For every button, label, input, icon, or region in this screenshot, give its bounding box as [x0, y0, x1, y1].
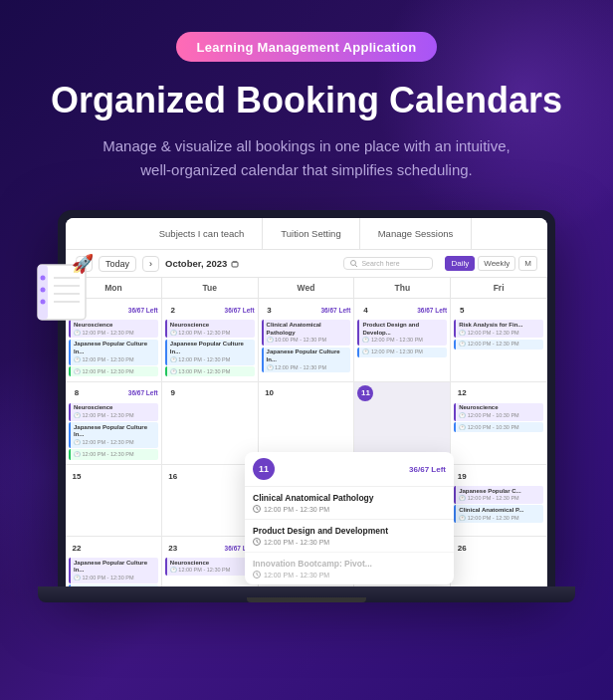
cal-toolbar: ‹ Today › October, 2023 Search here Dail… — [66, 250, 547, 278]
popup-event-2[interactable]: Product Design and Development 12:00 PM … — [245, 519, 454, 552]
day-thu: Thu — [354, 278, 451, 299]
cal-cell-2[interactable]: 2 36/67 Left Neuroscience 🕐 12:00 PM - 1… — [162, 299, 259, 381]
app-badge: Learning Management Application — [176, 32, 436, 62]
popup-slots: 36/67 Left — [409, 465, 446, 474]
event[interactable]: 🕐 12:00 PM - 12:30 PM — [69, 449, 158, 459]
cal-cell-22[interactable]: 22 Japanese Popular Culture In... 🕐 12:0… — [66, 537, 162, 586]
event[interactable]: 🕐 12:00 PM - 12:30 PM — [454, 340, 543, 350]
weekly-view-btn[interactable]: Weekly — [478, 256, 515, 271]
popup-header: 11 36/67 Left — [245, 452, 454, 486]
view-buttons: Daily Weekly M — [445, 256, 537, 271]
day-headers: Mon Tue Wed Thu Fri — [66, 278, 547, 299]
svg-point-6 — [41, 276, 46, 281]
clock-icon — [253, 571, 261, 579]
sub-heading: Manage & visualize all bookings in one p… — [93, 134, 520, 182]
event[interactable]: Japanese Popular Culture In... 🕐 12:00 P… — [69, 340, 158, 365]
day-popup: 11 36/67 Left Clinical Anatomical Pathol… — [245, 452, 454, 584]
app-topnav: Subjects I can teach Tuition Setting Man… — [66, 218, 547, 250]
laptop-screen: Subjects I can teach Tuition Setting Man… — [58, 210, 555, 586]
event[interactable]: Risk Analysis for Fin... 🕐 12:00 PM - 12… — [454, 320, 543, 338]
cal-cell-19[interactable]: 19 Japanese Popular C... 🕐 12:00 PM - 12… — [451, 465, 547, 537]
svg-line-14 — [355, 265, 357, 267]
popup-event-1[interactable]: Clinical Anatomical Pathology 12:00 PM -… — [245, 486, 454, 519]
cal-cell-3[interactable]: 3 36/67 Left Clinical Anatomical Patholo… — [259, 299, 355, 381]
svg-point-8 — [41, 300, 46, 305]
svg-line-17 — [257, 509, 259, 510]
notebook-icon: 🚀 — [28, 250, 107, 330]
search-icon — [350, 260, 357, 267]
next-month-btn[interactable]: › — [142, 256, 159, 272]
cal-cell-8[interactable]: 8 36/67 Left Neuroscience 🕐 12:00 PM - 1… — [66, 382, 162, 465]
calendar-icon — [231, 260, 239, 268]
event[interactable]: 🕐 12:00 PM - 12:30 PM — [357, 348, 447, 357]
event[interactable]: 🕐 12:00 PM - 12:30 PM — [69, 366, 158, 376]
search-field[interactable]: Search here — [343, 257, 433, 270]
svg-line-23 — [257, 575, 259, 576]
main-heading: Organized Booking Calendars — [51, 80, 562, 120]
event[interactable]: Japanese Popular Culture In... 🕐 12:00 P… — [69, 558, 158, 583]
cal-cell-9[interactable]: 9 — [162, 382, 259, 465]
cal-row-1: 1 36/67 Left Neuroscience 🕐 12:00 PM - 1… — [66, 299, 547, 381]
topnav-sessions[interactable]: Manage Sessions — [360, 218, 473, 249]
svg-line-20 — [257, 542, 259, 543]
svg-point-13 — [351, 261, 356, 266]
event[interactable]: Japanese Popular Culture In... 🕐 12:00 P… — [262, 348, 351, 373]
svg-rect-10 — [232, 262, 238, 267]
event[interactable]: Neuroscience 🕐 12:00 PM - 10:30 PM — [454, 403, 543, 421]
month-label: October, 2023 — [165, 258, 239, 269]
page-container: Learning Management Application Organize… — [0, 0, 613, 602]
day-wed: Wed — [259, 278, 355, 299]
event[interactable]: Japanese Popular C... 🕐 12:00 PM - 12:30… — [454, 486, 543, 504]
cal-cell-15[interactable]: 15 — [66, 465, 162, 537]
clock-icon — [253, 505, 261, 513]
event[interactable]: 🕐 12:00 PM - 10:30 PM — [454, 422, 543, 432]
screen-inner: Subjects I can teach Tuition Setting Man… — [66, 218, 547, 586]
event[interactable]: Clinical Anatomical Pathology 🕐 10:00 PM… — [262, 320, 351, 346]
topnav-subjects[interactable]: Subjects I can teach — [141, 218, 264, 249]
popup-event-3[interactable]: Innovation Bootcamp: Pivot... 12:00 PM -… — [245, 552, 454, 584]
event[interactable]: Neuroscience 🕐 12:00 PM - 12:30 PM — [69, 403, 158, 421]
event[interactable]: Japanese Popular Culture In... 🕐 12:00 P… — [69, 422, 158, 448]
cal-cell-26[interactable]: 26 — [451, 537, 547, 586]
laptop-base — [38, 586, 575, 602]
clock-icon — [253, 538, 261, 546]
laptop-wrapper: 🚀 Subjects I can teach Tuition Setting M… — [38, 210, 575, 602]
daily-view-btn[interactable]: Daily — [445, 256, 475, 271]
cal-cell-5[interactable]: 5 Risk Analysis for Fin... 🕐 12:00 PM - … — [451, 299, 547, 381]
monthly-view-btn[interactable]: M — [518, 256, 537, 271]
popup-date-badge: 11 — [253, 458, 275, 480]
cal-cell-4[interactable]: 4 36/67 Left Product Design and Develop.… — [354, 299, 451, 381]
event[interactable]: 🕐 13:00 PM - 12:30 PM — [165, 366, 255, 376]
day-fri: Fri — [451, 278, 547, 299]
cal-cell-12[interactable]: 12 Neuroscience 🕐 12:00 PM - 10:30 PM 🕐 … — [451, 382, 547, 465]
event[interactable]: Product Design and Develop... 🕐 12:00 PM… — [357, 320, 447, 346]
event[interactable]: Neuroscience 🕐 12:00 PM - 12:30 PM — [165, 558, 255, 576]
topnav-tuition[interactable]: Tuition Setting — [263, 218, 359, 249]
event[interactable]: Clinical Anatomical P... 🕐 12:00 PM - 12… — [454, 505, 543, 523]
svg-point-7 — [41, 288, 46, 293]
badge-label: Learning Management Application — [196, 40, 416, 55]
event[interactable]: Neuroscience 🕐 12:00 PM - 12:30 PM — [165, 320, 255, 338]
day-tue: Tue — [162, 278, 259, 299]
event[interactable]: Japanese Popular Culture In... 🕐 12:00 P… — [165, 340, 255, 365]
svg-text:🚀: 🚀 — [72, 253, 95, 275]
